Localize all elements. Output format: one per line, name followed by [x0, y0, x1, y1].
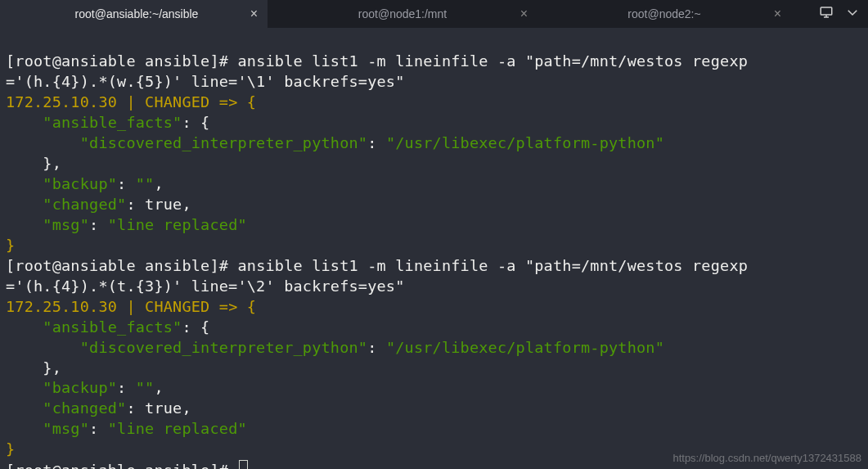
window-controls	[819, 0, 860, 28]
json-colon: : true,	[126, 399, 191, 417]
json-key: "backup"	[6, 175, 117, 192]
prompt-userhost: root@ansiable ansible	[15, 52, 209, 70]
json-colon: :	[367, 339, 386, 356]
watermark: https://blog.csdn.net/qwerty1372431588	[672, 452, 861, 464]
json-value: ""	[136, 175, 155, 192]
json-key: "backup"	[6, 379, 117, 396]
result-arrow: => {	[209, 93, 256, 110]
json-colon: :	[117, 175, 136, 192]
json-value: "/usr/libexec/platform-python"	[386, 134, 664, 151]
cursor	[239, 460, 248, 469]
tab-ansible[interactable]: root@ansiable:~/ansible ×	[6, 0, 268, 28]
json-colon: :	[367, 134, 386, 151]
json-close: }	[6, 237, 15, 254]
json-close: },	[6, 359, 61, 377]
tab-title: root@node1:/mnt	[358, 7, 447, 20]
svg-rect-0	[821, 7, 832, 15]
screen-icon[interactable]	[819, 5, 834, 23]
json-key: "ansible_facts"	[6, 114, 182, 131]
json-value: "line replaced"	[108, 420, 247, 437]
json-key: "msg"	[6, 420, 89, 437]
chevron-down-icon[interactable]	[845, 5, 860, 23]
prompt-bracket: ]#	[209, 52, 237, 70]
json-comma: ,	[154, 175, 163, 192]
json-colon: :	[117, 379, 136, 396]
tab-title: root@node2:~	[627, 7, 700, 20]
tab-title: root@ansiable:~/ansible	[75, 7, 199, 20]
prompt-bracket: [	[6, 257, 15, 274]
json-close: }	[6, 440, 15, 458]
result-status: CHANGED	[145, 298, 209, 315]
json-key: "ansible_facts"	[6, 318, 182, 336]
json-key: "msg"	[6, 216, 89, 233]
prompt-bracket: ]#	[209, 462, 237, 469]
result-status: CHANGED	[145, 93, 209, 110]
prompt-bracket: [	[6, 52, 15, 70]
json-colon: :	[89, 216, 108, 233]
json-key: "changed"	[6, 399, 126, 417]
json-key: "discovered_interpreter_python"	[6, 134, 367, 151]
json-colon: : {	[182, 318, 209, 336]
result-ip: 172.25.10.30 |	[6, 298, 145, 315]
close-icon[interactable]: ×	[774, 7, 781, 21]
close-icon[interactable]: ×	[520, 7, 528, 21]
left-stripe	[0, 0, 6, 28]
terminal-output[interactable]: [root@ansiable ansible]# ansible list1 -…	[0, 28, 868, 469]
json-colon: : true,	[126, 196, 191, 213]
tab-bar: root@ansiable:~/ansible × root@node1:/mn…	[0, 0, 868, 28]
json-close: },	[6, 155, 61, 172]
prompt-userhost: root@ansiable ansible	[15, 257, 209, 274]
result-ip: 172.25.10.30 |	[6, 93, 145, 110]
prompt-bracket: [	[6, 462, 15, 469]
json-colon: :	[89, 420, 108, 437]
json-colon: : {	[182, 114, 209, 131]
json-value: "line replaced"	[108, 216, 247, 233]
result-arrow: => {	[209, 298, 256, 315]
prompt-userhost: root@ansiable ansible	[15, 462, 209, 469]
prompt-bracket: ]#	[209, 257, 237, 274]
close-icon[interactable]: ×	[250, 7, 258, 21]
tab-node1[interactable]: root@node1:/mnt ×	[268, 0, 537, 28]
json-comma: ,	[154, 379, 163, 396]
json-value: ""	[136, 379, 155, 396]
json-key: "discovered_interpreter_python"	[6, 339, 367, 356]
tab-node2[interactable]: root@node2:~ ×	[537, 0, 791, 28]
json-value: "/usr/libexec/platform-python"	[386, 339, 664, 356]
json-key: "changed"	[6, 196, 126, 213]
